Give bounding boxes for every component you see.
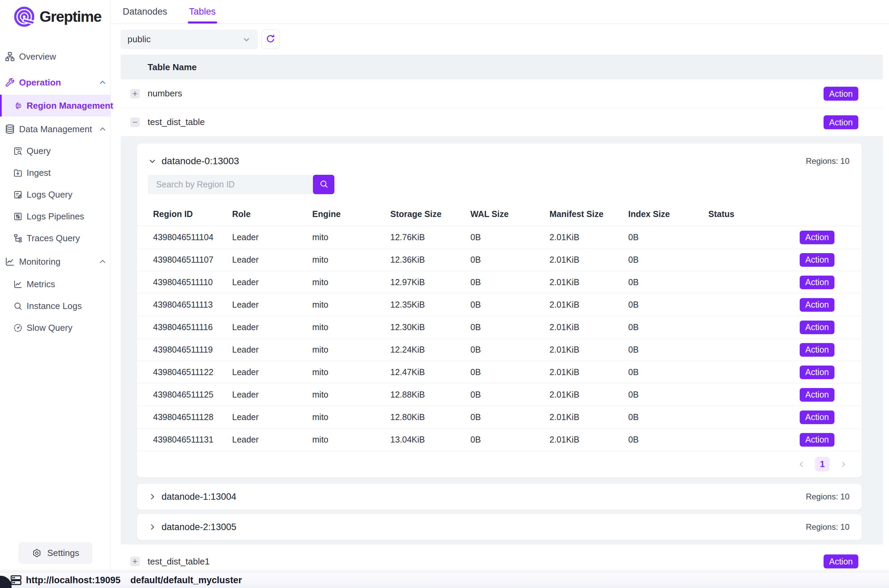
sidebar-item-label: Monitoring <box>19 256 60 267</box>
action-button[interactable]: Action <box>824 115 858 129</box>
datanode-card-2[interactable]: datanode-2:13005 Regions: 10 <box>137 514 862 540</box>
cluster-name[interactable]: default/default_mycluster <box>131 575 242 586</box>
chevron-up-icon[interactable] <box>98 78 107 87</box>
region-cell-region-id: 4398046511122 <box>153 367 232 377</box>
sidebar-item-region-management[interactable]: Region Management <box>0 95 110 117</box>
region-table-header: Region IDRoleEngineStorage SizeWAL SizeM… <box>137 202 862 226</box>
sidebar-item-logs-query[interactable]: Logs Query <box>0 184 110 206</box>
tabbar: DatanodesTables <box>111 0 889 24</box>
region-cell-role: Leader <box>232 255 312 265</box>
region-cell-role: Leader <box>232 435 312 445</box>
region-cell-index-size: 0B <box>628 322 708 332</box>
main-area: DatanodesTables public Table Name <box>111 0 889 588</box>
tab-datanodes[interactable]: Datanodes <box>122 0 168 24</box>
region-cell-manifest-size: 2.01KiB <box>550 367 628 377</box>
chevron-right-icon[interactable] <box>148 523 157 531</box>
sidebar-item-label: Region Management <box>27 100 113 111</box>
expand-plus-icon[interactable] <box>130 89 140 99</box>
chevron-up-icon[interactable] <box>98 257 107 266</box>
region-cell-storage-size: 12.30KiB <box>390 322 470 332</box>
refresh-icon <box>265 33 276 45</box>
region-action-button[interactable]: Action <box>800 343 835 357</box>
table-name: test_dist_table1 <box>147 556 210 567</box>
regions-count: Regions: 10 <box>806 492 850 501</box>
schema-select[interactable]: public <box>121 30 258 49</box>
region-cell-engine: mito <box>312 232 390 242</box>
server-icon <box>9 574 23 586</box>
sidebar-item-traces-query[interactable]: Traces Query <box>0 227 110 249</box>
region-action-button[interactable]: Action <box>800 231 835 244</box>
action-button[interactable]: Action <box>824 555 858 568</box>
server-url[interactable]: http://localhost:19095 <box>26 575 121 586</box>
region-action-button[interactable]: Action <box>800 433 835 447</box>
region-row: 4398046511110Leadermito12.97KiB0B2.01KiB… <box>137 271 862 294</box>
action-button[interactable]: Action <box>824 87 858 100</box>
toolbar: public <box>121 30 889 49</box>
region-row: 4398046511104Leadermito12.76KiB0B2.01KiB… <box>137 226 862 249</box>
region-cell-wal-size: 0B <box>470 390 550 400</box>
sidebar-item-overview[interactable]: Overview <box>0 46 110 68</box>
table-name: test_dist_table <box>147 117 205 128</box>
region-action-button[interactable]: Action <box>800 366 835 379</box>
sidebar-item-operation[interactable]: Operation <box>0 72 110 93</box>
refresh-button[interactable] <box>261 30 280 49</box>
chevron-down-icon[interactable] <box>148 157 157 166</box>
region-cell-index-size: 0B <box>628 232 708 242</box>
region-action-button[interactable]: Action <box>800 276 835 289</box>
sidebar-item-ingest[interactable]: Ingest <box>0 162 110 184</box>
sidebar-item-query[interactable]: Query <box>0 140 110 162</box>
magnifier-icon <box>13 301 23 311</box>
region-cell-region-id: 4398046511104 <box>153 232 232 242</box>
sidebar-item-monitoring[interactable]: Monitoring <box>0 251 110 273</box>
sidebar-item-metrics[interactable]: Metrics <box>0 273 110 295</box>
datanode-card-header: datanode-0:13003 Regions: 10 <box>137 143 862 170</box>
region-cell-index-size: 0B <box>628 277 708 287</box>
region-action-button[interactable]: Action <box>800 253 835 267</box>
sidebar-item-label: Overview <box>19 51 56 62</box>
region-cell-engine: mito <box>312 322 390 332</box>
region-search-input[interactable] <box>148 175 315 194</box>
region-col-storage-size: Storage Size <box>390 209 470 219</box>
datanode-name: datanode-1:13004 <box>162 492 236 502</box>
region-col-manifest-size: Manifest Size <box>550 209 628 219</box>
region-action-button[interactable]: Action <box>800 388 835 402</box>
page-number[interactable]: 1 <box>815 457 830 471</box>
datanode-card-1[interactable]: datanode-1:13004 Regions: 10 <box>137 484 862 510</box>
tab-tables[interactable]: Tables <box>189 0 216 24</box>
region-cell-index-size: 0B <box>628 390 708 400</box>
branch-icon <box>13 233 23 243</box>
region-action-button[interactable]: Action <box>800 321 835 334</box>
region-col-engine: Engine <box>312 209 390 219</box>
region-row: 4398046511116Leadermito12.30KiB0B2.01KiB… <box>137 316 862 339</box>
sidebar-item-slow-query[interactable]: Slow Query <box>0 317 110 339</box>
sidebar-item-instance-logs[interactable]: Instance Logs <box>0 295 110 317</box>
region-cell-wal-size: 0B <box>470 322 550 332</box>
sidebar-item-logs-pipelines[interactable]: Logs Pipelines <box>0 206 110 227</box>
settings-button[interactable]: Settings <box>19 542 92 564</box>
collapse-minus-icon[interactable] <box>130 117 140 127</box>
region-action-button[interactable]: Action <box>800 298 835 312</box>
region-cell-engine: mito <box>312 345 390 355</box>
region-cell-role: Leader <box>232 345 312 355</box>
region-cell-wal-size: 0B <box>470 300 550 310</box>
expand-plus-icon[interactable] <box>130 556 140 566</box>
chevron-right-icon[interactable] <box>148 492 157 501</box>
search-button[interactable] <box>313 175 334 194</box>
sidebar-item-data-management[interactable]: Data Management <box>0 118 110 140</box>
region-cell-role: Leader <box>232 322 312 332</box>
datanode-name: datanode-0:13003 <box>162 156 239 166</box>
region-cell-engine: mito <box>312 255 390 265</box>
region-col-index-size: Index Size <box>628 209 708 219</box>
chevron-up-icon[interactable] <box>98 124 107 134</box>
region-row: 4398046511107Leadermito12.36KiB0B2.01KiB… <box>137 249 862 271</box>
doc-search-icon <box>13 146 23 156</box>
chevron-left-icon[interactable] <box>797 460 806 469</box>
region-cell-manifest-size: 2.01KiB <box>550 232 628 242</box>
gear-icon <box>32 548 42 558</box>
region-action-button[interactable]: Action <box>800 411 835 424</box>
region-row: 4398046511128Leadermito12.80KiB0B2.01KiB… <box>137 406 862 429</box>
region-cell-storage-size: 13.04KiB <box>390 435 470 445</box>
chevron-right-icon[interactable] <box>839 460 848 469</box>
region-icon <box>13 101 23 111</box>
region-cell-storage-size: 12.36KiB <box>390 255 470 265</box>
